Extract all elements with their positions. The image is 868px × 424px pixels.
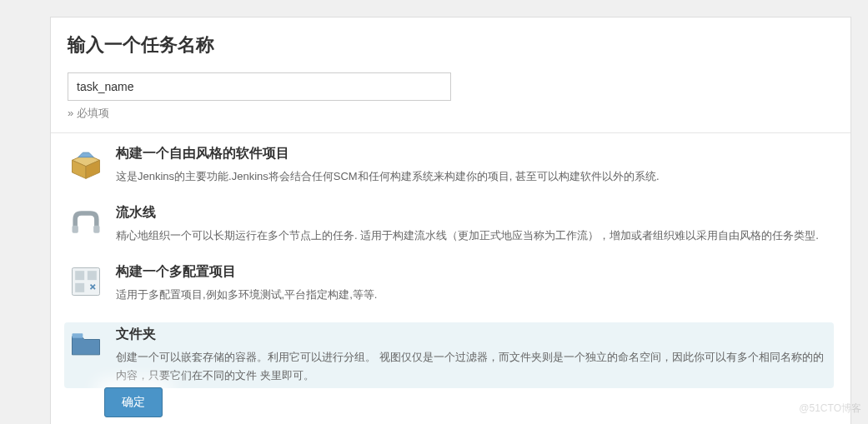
svg-rect-4 <box>73 226 78 233</box>
required-hint: » 必填项 <box>68 106 834 121</box>
box-icon <box>68 145 104 182</box>
job-type-desc: 精心地组织一个可以长期运行在多个节点上的任务. 适用于构建流水线（更加正式地应当… <box>116 227 834 245</box>
job-type-title: 文件夹 <box>116 326 830 343</box>
job-type-desc: 适用于多配置项目,例如多环境测试,平台指定构建,等等. <box>116 286 834 304</box>
job-type-title: 构建一个自由风格的软件项目 <box>116 145 834 162</box>
job-type-desc: 创建一个可以嵌套存储的容器。利用它可以进行分组。 视图仅仅是一个过滤器，而文件夹… <box>116 348 830 385</box>
page-title: 输入一个任务名称 <box>68 32 834 57</box>
pipe-icon <box>68 204 104 241</box>
matrix-icon <box>68 263 104 300</box>
job-type-folder[interactable]: 文件夹 创建一个可以嵌套存储的容器。利用它可以进行分组。 视图仅仅是一个过滤器，… <box>64 322 834 388</box>
job-type-list: 构建一个自由风格的软件项目 这是Jenkins的主要功能.Jenkins将会结合… <box>51 133 850 415</box>
job-type-title: 流水线 <box>116 204 834 222</box>
job-type-freestyle[interactable]: 构建一个自由风格的软件项目 这是Jenkins的主要功能.Jenkins将会结合… <box>68 145 834 186</box>
folder-icon <box>68 326 104 362</box>
svg-rect-9 <box>75 283 84 292</box>
svg-rect-7 <box>75 271 84 280</box>
job-type-multiconfig[interactable]: 构建一个多配置项目 适用于多配置项目,例如多环境测试,平台指定构建,等等. <box>68 263 834 304</box>
svg-rect-10 <box>73 333 83 338</box>
job-type-desc: 这是Jenkins的主要功能.Jenkins将会结合任何SCM和任何构建系统来构… <box>116 167 834 186</box>
item-name-input[interactable] <box>68 72 451 101</box>
job-type-pipeline[interactable]: 流水线 精心地组织一个可以长期运行在多个节点上的任务. 适用于构建流水线（更加正… <box>68 204 834 245</box>
svg-rect-8 <box>88 271 97 280</box>
watermark: @51CTO博客 <box>799 402 861 416</box>
header-section: 输入一个任务名称 » 必填项 <box>51 17 850 121</box>
new-item-panel: 输入一个任务名称 » 必填项 构建一个自由风格的软件项目 这是Jenkins的主… <box>50 17 851 424</box>
svg-marker-3 <box>78 152 93 157</box>
svg-rect-5 <box>93 226 99 233</box>
job-type-title: 构建一个多配置项目 <box>116 263 834 281</box>
ok-button[interactable]: 确定 <box>104 387 163 417</box>
